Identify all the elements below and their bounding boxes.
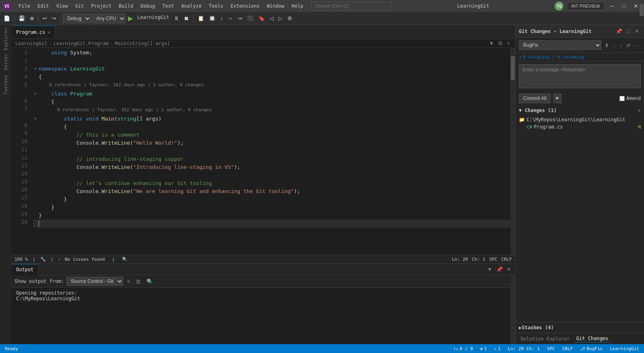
toolbar-bookmark[interactable]: 🔖: [256, 13, 267, 24]
menu-tools[interactable]: Tools: [206, 2, 227, 10]
code-line-6: {: [33, 98, 510, 106]
breadcrumb-method[interactable]: Main(string[] args): [115, 41, 170, 46]
fold-btn-7[interactable]: ▼: [33, 115, 38, 123]
branch-sync-btns: ⬇ ↓ ↑ ⇄ ···: [603, 42, 641, 49]
status-errors[interactable]: ⊗ 1: [479, 344, 488, 353]
menu-debug[interactable]: Debug: [137, 2, 158, 10]
toolbar-settings[interactable]: ⚙: [285, 13, 294, 24]
breadcrumb-class[interactable]: LearningGit.Program: [54, 41, 109, 46]
commit-dropdown-btn[interactable]: ▼: [553, 93, 561, 103]
menu-git[interactable]: Git: [72, 2, 87, 10]
commit-msg-area: [516, 62, 644, 92]
toolbar-attach[interactable]: ⏸: [172, 13, 181, 24]
toolbar-nav1[interactable]: ◁: [268, 13, 276, 24]
menu-project[interactable]: Project: [88, 2, 115, 10]
fold-btn-3[interactable]: ▼: [33, 65, 38, 73]
fold-btn-5[interactable]: ▼: [33, 90, 38, 98]
git-panel-header-actions: 📌 ⬡ ✕: [614, 27, 641, 35]
editor-scrollbar[interactable]: [510, 48, 515, 255]
stashes-section[interactable]: ▶ Stashes (4): [516, 322, 644, 333]
maximize-button[interactable]: □: [620, 1, 628, 11]
output-wrap[interactable]: ≡: [126, 278, 132, 285]
changes-file[interactable]: C# Program.cs M: [519, 123, 641, 131]
sync-more-btn[interactable]: ⇄: [625, 42, 632, 49]
diagnostics-btn[interactable]: 🔍: [122, 257, 128, 262]
fetch-btn[interactable]: ⬇: [603, 42, 611, 49]
push-btn[interactable]: ↑: [618, 42, 624, 49]
minimize-button[interactable]: ─: [608, 1, 617, 11]
toolbar-misc5[interactable]: ⇒: [236, 13, 244, 24]
amend-checkbox[interactable]: [619, 96, 625, 101]
zoom-btn[interactable]: 🔧: [40, 257, 46, 262]
panel-pin[interactable]: 📌: [495, 266, 504, 273]
toolbar-new[interactable]: 📄: [2, 13, 12, 24]
git-tab-solution[interactable]: Solution Explorer: [519, 335, 572, 343]
stashes-label: Stashes (4): [522, 325, 553, 330]
tab-close[interactable]: ✕: [47, 30, 50, 35]
code-content[interactable]: using System; ▼ namespace LearningGit: [31, 48, 510, 255]
menu-extensions[interactable]: Extensions: [227, 2, 263, 10]
sidebar-server-explorer[interactable]: Server Explorer: [3, 26, 8, 72]
amend-label: Amend: [626, 96, 641, 101]
git-close-btn[interactable]: ✕: [633, 27, 641, 35]
commit-message-input[interactable]: [519, 64, 641, 88]
file-change-badge: M: [638, 125, 641, 130]
add-all-btn[interactable]: +: [638, 107, 641, 114]
breadcrumb-settings[interactable]: ⚙: [497, 40, 504, 46]
menu-help[interactable]: Help: [288, 2, 306, 10]
tab-programcs[interactable]: Program.cs ✕: [11, 25, 56, 39]
menu-window[interactable]: Window: [264, 2, 287, 10]
output-section: Output ▼ 📌 ✕ Show output from: Source Co…: [11, 264, 515, 344]
menu-test[interactable]: Test: [159, 2, 177, 10]
toolbar-misc2[interactable]: 🔲: [207, 13, 217, 24]
toolbar-saveall[interactable]: ⊕: [28, 13, 36, 24]
panel-collapse[interactable]: ▼: [485, 266, 494, 273]
output-source-select[interactable]: Source Control - Git: [66, 277, 123, 286]
sep3: |: [112, 257, 115, 262]
output-label: Show output from:: [14, 278, 64, 284]
sync-ellipsis[interactable]: ···: [633, 42, 641, 49]
git-tab-changes[interactable]: Git Changes: [575, 335, 610, 343]
toolbar-undo[interactable]: ↩: [41, 13, 49, 24]
menu-analyze[interactable]: Analyze: [178, 2, 205, 10]
toolbar-misc4[interactable]: ↔: [226, 13, 235, 24]
output-scrollbar[interactable]: [510, 275, 515, 344]
output-clear[interactable]: 🗑: [134, 278, 142, 285]
git-popout-btn[interactable]: ⬡: [625, 27, 632, 35]
panel-close[interactable]: ✕: [505, 266, 513, 273]
toolbar-save[interactable]: 💾: [17, 13, 27, 24]
outgoing-bar[interactable]: ↕ 0 outgoing / 0 incoming: [516, 53, 644, 62]
toolbar-stop[interactable]: ⏹: [182, 13, 191, 24]
status-warnings[interactable]: ⚠ 1: [492, 344, 502, 353]
toolbar-misc3[interactable]: ↕: [218, 13, 225, 24]
commit-all-btn[interactable]: Commit All: [519, 93, 551, 103]
search-input[interactable]: [311, 2, 392, 10]
zoom-level[interactable]: 100 %: [14, 257, 28, 262]
toolbar-nav2[interactable]: ▷: [277, 13, 285, 24]
status-outgoing[interactable]: ↑↓ 0 / 0: [452, 344, 475, 353]
toolbar-misc6[interactable]: ⬛: [245, 13, 256, 24]
toolbar-redo[interactable]: ↪: [50, 13, 58, 24]
config-dropdown[interactable]: Debug: [63, 14, 91, 23]
breadcrumb-project[interactable]: LearningGit: [15, 41, 47, 46]
menu-view[interactable]: View: [53, 2, 71, 10]
toolbar-misc1[interactable]: 📋: [196, 13, 206, 24]
sidebar-toolbox[interactable]: Toolbox: [3, 73, 8, 96]
changes-header[interactable]: ▼ Changes (1) +: [516, 105, 644, 116]
arch-dropdown[interactable]: Any CPU: [92, 14, 126, 23]
git-pin-btn[interactable]: 📌: [614, 27, 624, 35]
status-branch[interactable]: ⎇ BugFix: [578, 344, 604, 353]
menu-build[interactable]: Build: [116, 2, 136, 10]
breadcrumb-collapse[interactable]: ▼: [488, 40, 495, 46]
output-find[interactable]: 🔍: [145, 278, 155, 285]
int-preview-button[interactable]: INT PREVIEW: [567, 2, 604, 10]
pull-btn[interactable]: ↓: [611, 42, 617, 49]
run-button[interactable]: ▶: [126, 15, 134, 22]
menu-file[interactable]: File: [15, 2, 33, 10]
code-line-9: // this is a comment: [33, 131, 510, 139]
branch-select[interactable]: BugFix: [519, 40, 601, 50]
menu-edit[interactable]: Edit: [34, 2, 52, 10]
tab-output[interactable]: Output: [11, 264, 39, 275]
breadcrumb-add[interactable]: +: [506, 40, 511, 46]
editor-and-output: Program.cs ✕ LearningGit › LearningGit.P…: [11, 25, 515, 344]
